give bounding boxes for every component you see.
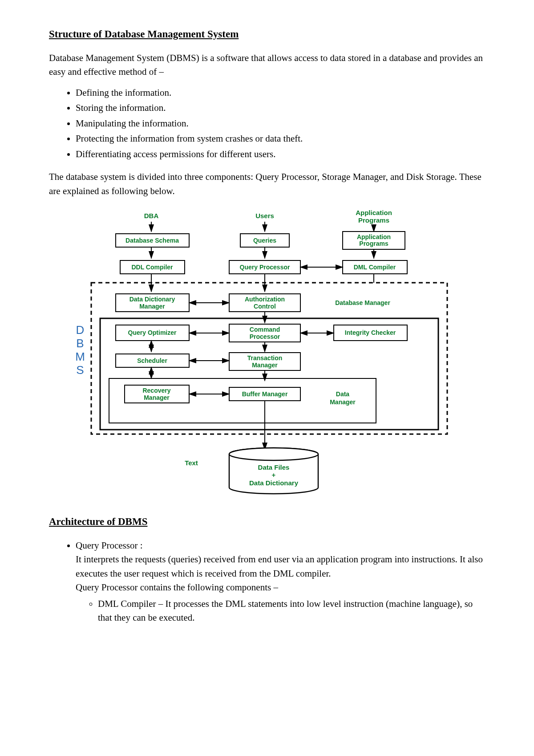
list-item: Differentiating access permissions for d… — [76, 147, 485, 162]
box-command-processor: Processor — [250, 333, 280, 340]
list-item: Query Processor : It interprets the requ… — [76, 539, 485, 625]
box-query-optimizer: Query Optimizer — [128, 329, 177, 336]
label-app-programs: Programs — [358, 216, 389, 224]
label-data-mgr: Data — [336, 390, 350, 398]
list-item: Storing the information. — [76, 101, 485, 115]
list-item: Defining the information. — [76, 86, 485, 100]
qp-body: It interprets the requests (queries) rec… — [76, 554, 483, 579]
cyl-plus: + — [272, 471, 276, 479]
list-item: Manipulating the information. — [76, 117, 485, 131]
label-data-mgr: Manager — [330, 398, 356, 406]
box-transaction-mgr: Transaction — [247, 354, 283, 362]
box-recovery-mgr: Manager — [144, 394, 170, 401]
architecture-diagram: .gt { fill:#0a7a2a; font-family: Arial, … — [49, 205, 485, 503]
dbms-side-s: S — [76, 363, 84, 377]
box-auth-control: Control — [254, 303, 276, 310]
architecture-list: Query Processor : It interprets the requ… — [76, 539, 485, 625]
dbms-side-d: D — [76, 323, 85, 337]
box-queries: Queries — [253, 237, 276, 244]
label-dba: DBA — [144, 212, 159, 219]
box-scheduler: Scheduler — [137, 357, 167, 364]
sub-list: DML Compiler – It processes the DML stat… — [98, 597, 485, 625]
box-dml-compiler: DML Compiler — [354, 264, 396, 271]
box-db-schema: Database Schema — [125, 237, 179, 244]
label-users: Users — [255, 212, 274, 219]
box-transaction-mgr: Manager — [252, 362, 278, 369]
components-paragraph: The database system is divided into thre… — [49, 170, 485, 198]
box-app-programs: Application — [357, 233, 391, 240]
qp-heading: Query Processor : — [76, 540, 142, 551]
box-auth-control: Authorization — [245, 296, 285, 303]
list-item: DML Compiler – It processes the DML stat… — [98, 597, 485, 625]
subtitle-architecture: Architecture of DBMS — [49, 514, 485, 530]
box-data-dict-mgr: Data Dictionary — [129, 296, 175, 303]
cyl-data-files: Data Files — [258, 463, 290, 471]
label-app-programs: Application — [356, 209, 392, 216]
box-data-dict-mgr: Manager — [139, 303, 165, 310]
label-text: Text — [185, 459, 198, 467]
box-recovery-mgr: Recovery — [142, 387, 170, 394]
box-integrity-checker: Integrity Checker — [345, 329, 396, 336]
box-command-processor: Command — [250, 326, 280, 333]
svg-point-40 — [229, 448, 318, 460]
list-item: Protecting the information from system c… — [76, 132, 485, 146]
box-app-programs: Programs — [359, 240, 388, 247]
box-ddl-compiler: DDL Compiler — [131, 264, 173, 271]
dbms-side-b: B — [76, 337, 84, 350]
box-buffer-mgr: Buffer Manager — [242, 390, 288, 398]
feature-list: Defining the information. Storing the in… — [76, 86, 485, 162]
intro-paragraph: Database Management System (DBMS) is a s… — [49, 51, 485, 79]
dbms-side-m: M — [75, 350, 85, 363]
qp-body2: Query Processor contains the following c… — [76, 582, 278, 593]
cyl-data-dict: Data Dictionary — [249, 479, 299, 487]
box-query-processor: Query Processor — [240, 264, 290, 271]
page-title: Structure of Database Management System — [49, 27, 485, 42]
label-db-manager: Database Manager — [335, 299, 390, 306]
